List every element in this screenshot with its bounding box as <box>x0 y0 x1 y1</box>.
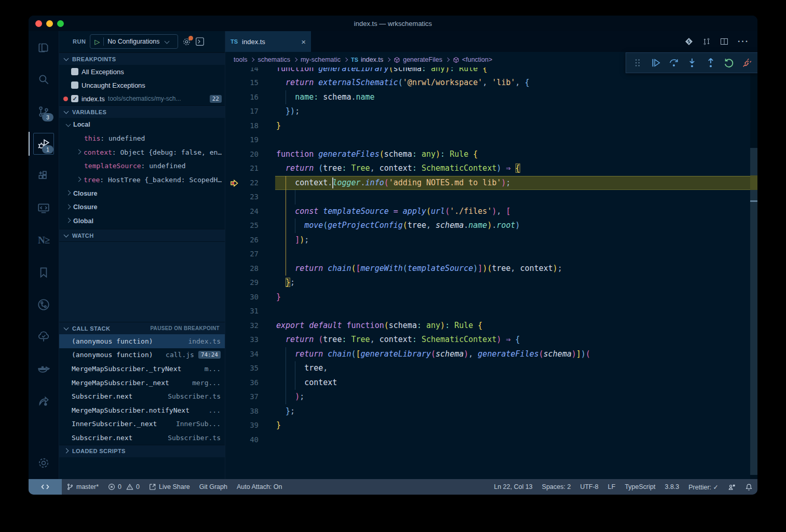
activity-bar-item-search[interactable] <box>29 63 59 96</box>
status-item-live-share[interactable]: Live Share <box>144 479 195 495</box>
scrollbar-thumb[interactable] <box>750 148 757 475</box>
code-line-21[interactable]: 21 return (tree: Tree, context: Schemati… <box>225 161 757 176</box>
watch-section-header[interactable]: WATCH <box>59 229 225 241</box>
status-item-spaces-2[interactable]: Spaces: 2 <box>537 479 576 495</box>
launch-configuration-dropdown[interactable]: ▷ No Configurations <box>90 34 178 49</box>
breadcrumb-item[interactable]: generateFiles <box>394 56 442 63</box>
variable-row[interactable]: templateSource: undefined <box>59 159 225 173</box>
call-stack-frame[interactable]: MergeMapSubscriber._tryNextm... <box>59 362 225 376</box>
code-line-40[interactable]: 40 <box>225 433 757 447</box>
restart-button[interactable] <box>721 55 737 71</box>
code-line-19[interactable]: 19 <box>225 133 757 147</box>
call-stack-frame[interactable]: InnerSubscriber._nextInnerSub... <box>59 417 225 431</box>
variable-row[interactable]: this: undefined <box>59 132 225 146</box>
open-changes-icon[interactable] <box>702 37 711 46</box>
status-item-remote[interactable] <box>29 479 62 495</box>
call-stack-section-header[interactable]: CALL STACK PAUSED ON BREAKPOINT <box>59 322 225 334</box>
debug-console-icon[interactable] <box>195 37 205 46</box>
code-line-33[interactable]: 33 return (tree: Tree, context: Schemati… <box>225 333 757 347</box>
variable-scope-row[interactable]: Local <box>59 118 225 132</box>
activity-bar-item-explorer[interactable] <box>29 31 59 63</box>
call-stack-frame[interactable]: MergeMapSubscriber.notifyNext... <box>59 403 225 417</box>
code-line-32[interactable]: 32export default function(schema: any): … <box>225 319 757 333</box>
call-stack-frame[interactable]: (anonymous function)index.ts <box>59 334 225 348</box>
status-item-0-0[interactable]: 00 <box>103 479 144 495</box>
code-line-25[interactable]: 25 move(getProjectConfig(tree, schema.na… <box>225 219 757 233</box>
breakpoint-checkbox[interactable] <box>71 81 78 89</box>
status-item-auto-attach-on[interactable]: Auto Attach: On <box>232 479 287 495</box>
variable-scope-row[interactable]: Global <box>59 214 225 228</box>
activity-bar-item-bookmarks[interactable] <box>29 256 59 289</box>
status-item-lf[interactable]: LF <box>603 479 620 495</box>
breadcrumb-item[interactable]: <function> <box>453 56 492 63</box>
call-stack-frame[interactable]: (anonymous function)call.js74:24 <box>59 348 225 362</box>
split-editor-icon[interactable] <box>720 37 728 46</box>
status-item-ln-22-col-13[interactable]: Ln 22, Col 13 <box>489 479 537 495</box>
code-line-26[interactable]: 26 ]); <box>225 233 757 248</box>
breakpoint-row[interactable]: All Exceptions <box>59 65 225 78</box>
breadcrumb-item[interactable]: schematics <box>258 56 290 63</box>
status-item-feedback[interactable] <box>723 479 740 495</box>
breakpoint-row[interactable]: ✓index.tstools/schematics/my-sch...22 <box>59 92 225 105</box>
activity-bar-item-test-explorer[interactable] <box>29 321 59 353</box>
call-stack-frame[interactable]: Subscriber.nextSubscriber.ts <box>59 431 225 445</box>
breadcrumb-item[interactable]: my-schematic <box>301 56 341 63</box>
variable-scope-row[interactable]: Closure <box>59 200 225 214</box>
code-line-27[interactable]: 27 <box>225 247 757 262</box>
variable-scope-row[interactable]: Closure <box>59 187 225 201</box>
activity-bar-item-remote-explorer[interactable] <box>29 192 59 224</box>
gripper-button[interactable] <box>630 55 645 71</box>
code-line-16[interactable]: 16 name: schema.name <box>225 90 757 105</box>
breakpoint-checkbox[interactable]: ✓ <box>71 95 78 102</box>
start-debug-icon[interactable]: ▷ <box>94 38 100 46</box>
tab-index-ts[interactable]: TS index.ts × <box>225 31 311 52</box>
code-line-20[interactable]: 20function generateFiles(schema: any): R… <box>225 147 757 162</box>
activity-bar-item-nx-console[interactable]: N≥ <box>29 224 59 256</box>
code-line-38[interactable]: 38 }; <box>225 404 757 419</box>
disconnect-button[interactable] <box>739 55 755 71</box>
step-out-button[interactable] <box>703 55 719 71</box>
code-line-15[interactable]: 15 return externalSchematic('@nrwl/works… <box>225 76 757 90</box>
activity-bar-item-project-share[interactable] <box>29 385 59 417</box>
code-editor[interactable]: 14function generateLibrary(schema: any):… <box>225 67 757 479</box>
breakpoint-row[interactable]: Uncaught Exceptions <box>59 78 225 92</box>
code-line-24[interactable]: 24 const templateSource = apply(url('./f… <box>225 204 757 219</box>
variable-row[interactable]: context: Object {debug: false, en… <box>59 145 225 159</box>
code-line-34[interactable]: 34 return chain([generateLibrary(schema)… <box>225 347 757 362</box>
code-line-39[interactable]: 39} <box>225 418 757 433</box>
call-stack-frame[interactable]: Subscriber.nextSubscriber.ts <box>59 389 225 403</box>
status-item-typescript[interactable]: TypeScript <box>620 479 660 495</box>
code-line-37[interactable]: 37 ); <box>225 390 757 404</box>
variables-section-header[interactable]: VARIABLES <box>59 105 225 118</box>
breadcrumb-item[interactable]: TSindex.ts <box>351 56 383 63</box>
code-line-35[interactable]: 35 tree, <box>225 361 757 376</box>
code-line-22[interactable]: 22 context.logger.info('adding NOTES.md … <box>225 176 757 190</box>
status-item-bell[interactable] <box>740 479 757 495</box>
activity-bar-item-run-debug[interactable]: 1 <box>29 128 59 160</box>
status-item-git-graph[interactable]: Git Graph <box>195 479 232 495</box>
breakpoint-checkbox[interactable] <box>71 68 78 75</box>
activity-bar-item-source-control[interactable]: 3 <box>29 96 59 128</box>
step-over-button[interactable] <box>666 55 682 71</box>
code-line-31[interactable]: 31 <box>225 304 757 319</box>
status-item-utf-8[interactable]: UTF-8 <box>575 479 603 495</box>
code-line-30[interactable]: 30} <box>225 290 757 305</box>
more-actions-icon[interactable]: ··· <box>738 37 749 46</box>
code-line-29[interactable]: 29 }; <box>225 276 757 290</box>
code-line-18[interactable]: 18} <box>225 119 757 133</box>
code-line-17[interactable]: 17 }); <box>225 104 757 119</box>
status-item-3-8-3[interactable]: 3.8.3 <box>660 479 684 495</box>
activity-bar-item-settings[interactable] <box>29 447 59 479</box>
overview-ruler[interactable] <box>750 67 757 479</box>
continue-button[interactable] <box>648 55 663 71</box>
activity-bar-item-git-graph[interactable] <box>29 289 59 321</box>
step-into-button[interactable] <box>684 55 700 71</box>
code-line-23[interactable]: 23 <box>225 190 757 204</box>
loaded-scripts-section-header[interactable]: LOADED SCRIPTS <box>59 445 225 457</box>
status-item-prettier[interactable]: Prettier: ✓ <box>684 479 723 495</box>
activity-bar-item-extensions[interactable] <box>29 160 59 192</box>
activity-bar-item-docker[interactable] <box>29 353 59 385</box>
status-item-master[interactable]: master* <box>62 479 103 495</box>
variable-row[interactable]: tree: HostTree {_backend: ScopedH… <box>59 173 225 187</box>
breakpoints-section-header[interactable]: BREAKPOINTS <box>59 52 225 65</box>
